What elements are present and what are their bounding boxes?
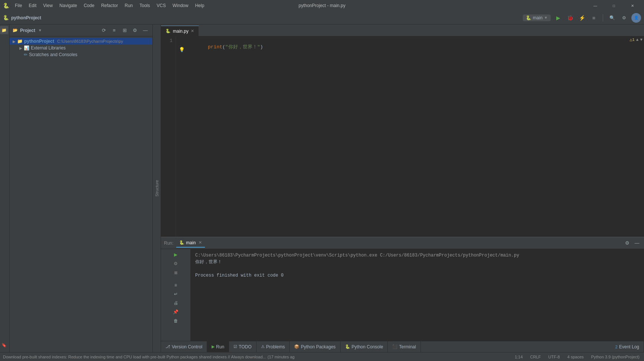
panel-dropdown-icon[interactable]: ▼ [38,28,42,32]
run-label: Run: [162,241,175,246]
bottom-tab-python-console[interactable]: 🐍 Python Console [341,341,388,352]
run-tab-main[interactable]: 🐍 main ✕ [176,239,205,248]
run-side-tools: ▶ ⚙ ◼ ≡ ↵ 🖨 📌 🗑 [161,249,191,341]
print-keyword: print [208,44,222,50]
debug-button[interactable]: 🐞 [566,13,574,22]
status-bar: Download pre-built shared indexes: Reduc… [0,352,644,361]
string-content: "你好，世界！" [225,44,260,50]
panel-expand-icon[interactable]: ⊞ [120,26,129,35]
project-toolbar: 🐍 pythonProject 🐍 main ▼ ▶ 🐞 ⚡ ■ 🔍 ⚙ 👤 [0,11,644,25]
paren-open: ( [222,44,225,50]
status-encoding[interactable]: UTF-8 [547,355,561,359]
menu-help[interactable]: Help [192,2,207,9]
panel-collapse-icon[interactable]: ≡ [110,26,118,35]
chevron-external-libs: ▶ [19,46,22,50]
run-config-label: main [533,15,542,20]
run-tool-sort[interactable]: ≡ [172,281,180,289]
gutter-up-arrow[interactable]: ▲ [636,38,639,42]
menu-window[interactable]: Window [170,2,191,9]
bottom-tab-terminal[interactable]: ⬛ Terminal [388,341,421,352]
run-button[interactable]: ▶ [554,13,563,22]
run-tool-run[interactable]: ▶ [172,251,180,259]
bottom-tab-todo[interactable]: ☑ TODO [229,341,256,352]
menu-tools[interactable]: Tools [136,2,153,9]
run-output-blank [195,265,640,272]
structure-panel: Structure [153,25,161,352]
line-numbers: 1 [161,36,176,237]
event-log-label: Event Log [619,344,639,349]
panel-sync-icon[interactable]: ⟳ [100,26,108,35]
bottom-tab-version-control[interactable]: ⎇ Version Control [161,341,207,352]
warning-indicator: △1 [630,37,635,42]
stop-button[interactable]: ■ [589,13,598,22]
coverage-button[interactable]: ⚡ [577,13,586,22]
code-content[interactable]: print("你好，世界！") 💡 [176,36,644,237]
bottom-tab-problems[interactable]: ⚠ Problems [257,341,290,352]
run-tool-clear[interactable]: 🗑 [172,317,180,325]
title-bar-left: 🐍 File Edit View Navigate Code Refactor … [3,2,207,9]
bottom-tab-python-packages[interactable]: 📦 Python Packages [290,341,340,352]
tab-close-button[interactable]: ✕ [191,29,194,33]
panel-title: Project [20,28,35,33]
run-tab-bottom-label: Run [216,344,224,349]
menu-file[interactable]: File [12,2,25,9]
close-button[interactable]: ✕ [624,0,641,11]
tab-main-py[interactable]: 🐍 main.py ✕ [161,26,199,36]
run-panel-settings-icon[interactable]: ⚙ [623,239,631,247]
window-controls: — □ ✕ [587,0,641,11]
run-tool-pin[interactable]: 📌 [172,308,180,316]
file-tree: ▶ 📁 pythonProject C:\Users\86183\Pycharm… [10,36,152,352]
run-tab-close[interactable]: ✕ [199,240,202,245]
menu-run[interactable]: Run [122,2,136,9]
bottom-panel: Run: 🐍 main ✕ ⚙ — ▶ [161,237,644,352]
run-panel-minimize-icon[interactable]: — [633,239,641,247]
code-editor[interactable]: 1 print("你好，世界！") 💡 △1 ▲ ▼ [161,36,644,237]
folder-icon-external-libs: 📊 [24,45,29,51]
settings-button[interactable]: ⚙ [619,13,628,22]
run-config-icon: 🐍 [526,15,531,20]
run-tab-label: main [186,240,196,245]
tree-item-external-libs[interactable]: ▶ 📊 External Libraries [16,45,152,51]
run-tool-print[interactable]: 🖨 [172,299,180,307]
status-right: 1:14 CRLF UTF-8 4 spaces Python 3.9 (pyt… [513,355,641,359]
maximize-button[interactable]: □ [605,0,622,11]
minimize-button[interactable]: — [587,0,604,11]
paren-close: ) [260,44,263,50]
bottom-tab-run[interactable]: ▶ Run [207,341,229,352]
problems-label: Problems [266,344,285,349]
menu-navigate[interactable]: Navigate [57,2,80,9]
status-position[interactable]: 1:14 [513,355,524,359]
run-output: C:\Users\86183\PycharmProjects\pythonPro… [191,249,644,341]
menu-view[interactable]: View [40,2,56,9]
panel-settings-icon[interactable]: ⚙ [131,26,139,35]
run-config-selector[interactable]: 🐍 main ▼ [523,14,551,21]
hint-lightbulb-icon[interactable]: 💡 [179,47,185,53]
status-python-version[interactable]: Python 3.9 (pythonProject) [590,355,641,359]
tree-item-pythonproject[interactable]: ▶ 📁 pythonProject C:\Users\86183\Pycharm… [10,38,152,45]
activity-project[interactable]: 📁 [0,26,8,34]
run-tool-settings[interactable]: ⚙ [172,260,180,268]
search-button[interactable]: 🔍 [608,13,616,22]
structure-label[interactable]: Structure [155,180,159,197]
activity-bookmarks[interactable]: 🔖 [0,341,8,349]
run-tool-wrap[interactable]: ↵ [172,290,180,298]
panel-close-icon[interactable]: — [141,26,149,35]
toolbar-separator-1 [603,14,603,22]
status-indent[interactable]: 4 spaces [566,355,585,359]
run-tool-stop[interactable]: ◼ [172,268,180,277]
problems-icon: ⚠ [261,344,265,349]
status-line-endings[interactable]: CRLF [529,355,542,359]
menu-code[interactable]: Code [81,2,97,9]
terminal-icon: ⬛ [392,344,397,349]
event-log-tab[interactable]: 2 Event Log [611,341,644,352]
project-name: pythonProject [11,15,41,20]
tree-item-scratches[interactable]: ▶ ✏ Scratches and Consoles [16,51,152,58]
app-icon: 🐍 [3,3,9,9]
user-avatar[interactable]: 👤 [631,13,641,23]
gutter-down-arrow[interactable]: ▼ [640,38,643,42]
menu-vcs[interactable]: VCS [154,2,169,9]
folder-icon-pythonproject: 📁 [17,39,23,44]
menu-refactor[interactable]: Refactor [98,2,121,9]
menu-edit[interactable]: Edit [26,2,39,9]
line-number-1: 1 [162,38,173,43]
